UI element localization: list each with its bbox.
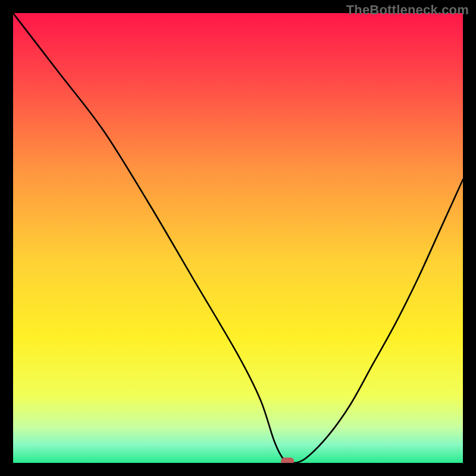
plot-area [13,13,463,463]
optimal-point-marker [281,458,294,463]
bottleneck-curve [13,13,463,463]
curve-layer [13,13,463,463]
watermark-label: TheBottleneck.com [346,2,469,18]
chart-frame: TheBottleneck.com [0,0,476,476]
